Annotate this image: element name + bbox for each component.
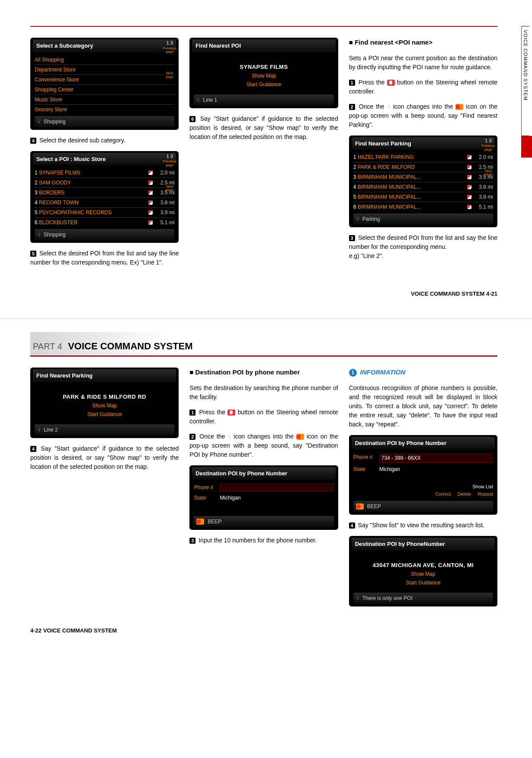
flag-icon (148, 220, 153, 225)
step-3: 3 Input the 10 numbers for the phone num… (189, 536, 338, 545)
col-3: i INFORMATION Continuous recognition of … (349, 368, 497, 610)
list-item[interactable]: 1 SYNAPSE FILMS 2.0 mi (35, 168, 174, 178)
list-item[interactable]: 6 BIRMINHAM MUNICIPAL... 5.1 mi (353, 202, 493, 212)
step-4: 4 Say "Start guidance" if guidance to th… (30, 444, 179, 471)
step-number: 4 (349, 523, 355, 529)
pointer-icon: ☟ (37, 118, 40, 126)
list-item[interactable]: 1 HAZEL PARK PARKING 2.0 mi (353, 152, 493, 162)
step-number: 2 (189, 434, 195, 440)
phone-value[interactable]: 734 - 398 - 66XX (379, 453, 493, 463)
state-label: State (353, 465, 379, 473)
list-item[interactable]: 2 SAM GOODY 2.5 mi (35, 178, 174, 188)
step-number: 6 (189, 116, 195, 122)
info-heading: i INFORMATION (349, 368, 497, 377)
pointer-icon: ☟ (356, 215, 359, 223)
flag-icon (467, 165, 471, 169)
parking-card: Find Nearest Parking 1 HAZEL PARK PARKIN… (349, 135, 497, 228)
card-footer: ☟ There is only one POI (353, 593, 493, 604)
list-item[interactable]: Convenience Store (35, 75, 174, 85)
list-item[interactable]: Music Store (35, 95, 174, 105)
step-number: 1 (349, 80, 355, 86)
state-value: Michigan (220, 494, 333, 502)
step-number: 4 (30, 138, 36, 144)
start-guidance-option[interactable]: Start Guidance (194, 81, 333, 88)
speaker-icon (296, 434, 304, 440)
step-2: 2 Once the ☟ icon changes into the icon … (349, 102, 497, 129)
pointer-icon: ☟ (228, 433, 231, 440)
col-2: Destination POI by phone number Sets the… (189, 368, 338, 610)
show-map-option[interactable]: Show Map (35, 402, 174, 410)
correct-button[interactable]: Correct (436, 491, 451, 497)
poi-name: PARK & RIDE S MILFORD RD (35, 393, 174, 401)
intro-text: Sets the destination by searching the ph… (189, 384, 338, 402)
intro-text: Sets a POI near the current position as … (349, 54, 497, 72)
col-1: Select a Subcategory All ShoppingDepartm… (30, 38, 179, 273)
phone-entry-card: Destination POI by Phone Number Phone # … (189, 465, 338, 530)
card-footer: ☟ Line 2 (35, 424, 174, 435)
poi-rows: 1 SYNAPSE FILMS 2.0 mi 2 SAM GOODY 2.5 m… (35, 168, 174, 227)
page-footer: 4-22 VOICE COMMAND SYSTEM (30, 627, 497, 634)
top-rule (30, 26, 497, 27)
show-map-option[interactable]: Show Map (353, 570, 493, 578)
flag-icon (467, 175, 471, 179)
side-tab-label: VOICE COMMAND SYSTEM (521, 26, 529, 136)
step-3: 3 Select the desired POI from the list a… (349, 233, 497, 261)
repeat-button[interactable]: Repeat (478, 491, 493, 497)
list-item[interactable]: Grocery Store (35, 105, 174, 114)
list-item[interactable]: 5 BIRMINHAM MUNICIPAL... 3.9 mi (353, 192, 493, 202)
flag-icon (148, 181, 153, 185)
flag-icon (467, 185, 471, 189)
state-label: State (194, 494, 220, 502)
poi-address: 43047 MICHIGAN AVE, CANTON, MI (353, 561, 493, 570)
speaker-icon (356, 503, 364, 510)
card-title: Select a Subcategory (33, 39, 176, 52)
step-number: 3 (349, 235, 355, 241)
card-title: Destination POI by Phone Number (352, 437, 495, 450)
pointer-icon: ☟ (356, 594, 359, 602)
page-footer: VOICE COMMAND SYSTEM 4-21 (30, 290, 497, 297)
step-number: 3 (189, 538, 195, 544)
card-title: Select a POI : Music Store (33, 153, 176, 166)
phone-value[interactable] (220, 484, 333, 491)
start-guidance-option[interactable]: Start Guidance (35, 410, 174, 418)
part-title: VOICE COMMAND SYSTEM (68, 341, 192, 352)
step-5: 5 Select the desired POI from the list a… (30, 249, 179, 267)
flag-icon (467, 205, 471, 209)
poi-music-card: Select a POI : Music Store 1 SYNAPSE FIL… (30, 151, 179, 243)
section-heading: Destination POI by phone number (189, 368, 338, 377)
phone-result-card: Destination POI by PhoneNumber 43047 MIC… (349, 536, 497, 606)
speaker-icon (196, 519, 204, 525)
delete-button[interactable]: Delete (458, 491, 471, 497)
flag-icon (148, 210, 153, 215)
show-map-option[interactable]: Show Map (194, 72, 333, 80)
col-2: Find Nearest POI SYNAPSE FILMS Show Map … (189, 38, 338, 273)
page-2: PART 4 VOICE COMMAND SYSTEM Find Nearest… (0, 319, 532, 647)
card-title: Find Nearest Parking (352, 137, 495, 150)
list-item[interactable]: Department Store (35, 65, 174, 75)
section-heading: Find nearest <POI name> (349, 38, 497, 48)
list-item[interactable]: 4 BIRMINHAM MUNICIPAL... 3.8 mi (353, 182, 493, 192)
start-guidance-option[interactable]: Start Guidance (353, 579, 493, 587)
beep-footer: BEEP (353, 501, 493, 512)
flag-icon (467, 155, 471, 159)
part-header: PART 4 VOICE COMMAND SYSTEM (30, 332, 497, 357)
list-item[interactable]: 3 BORDERS 3.5 mi (35, 188, 174, 198)
list-item[interactable]: All Shopping (35, 55, 174, 65)
pointer-icon: ☟ (37, 426, 40, 434)
list-item[interactable]: 4 RECORD TOWN 3.8 mi (35, 198, 174, 208)
list-item[interactable]: 5 PSYCHOPATHIHIC RECORDS 3.9 mi (35, 208, 174, 218)
pager: 1 3 Previous page Next page (481, 137, 496, 177)
flag-icon (148, 190, 153, 195)
list-item[interactable]: 6 BLOCKBUSTER 5.1 mi (35, 218, 174, 227)
step-1: 1 Press the button on the Steering wheel… (349, 78, 497, 96)
card-footer: ☟ Line 1 (194, 94, 333, 106)
flag-icon (148, 200, 153, 205)
list-item[interactable]: 3 BIRMINHAM MUNICIPAL... 3.5 mi (353, 172, 493, 182)
state-value: Michigan (379, 465, 493, 473)
list-item[interactable]: Shopping Center (35, 85, 174, 95)
show-list-button[interactable]: Show List (472, 484, 493, 489)
list-item[interactable]: 2 PARK & RIDE MILFORD 2.5 mi (353, 162, 493, 172)
pager: 1 3 Previous page Next page (162, 153, 177, 193)
card-title: Find Nearest POI (192, 39, 335, 52)
flag-icon (148, 171, 153, 175)
